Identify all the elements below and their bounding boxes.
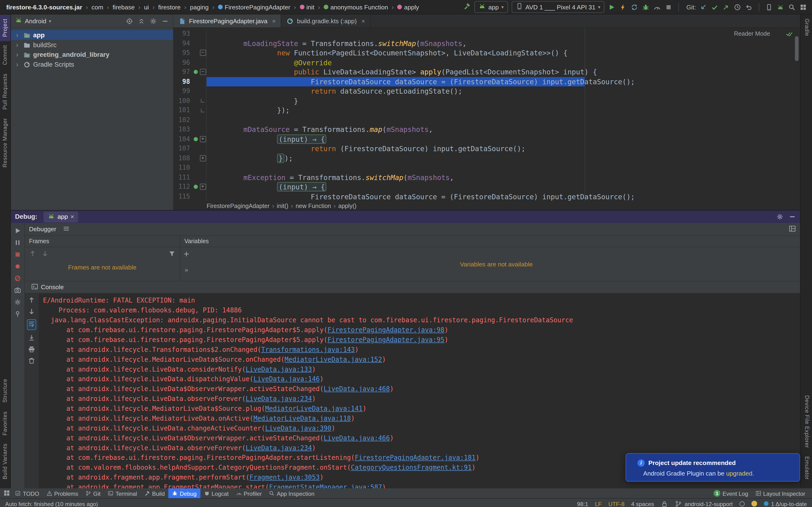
git-branch-widget[interactable]: android-12-support bbox=[675, 500, 733, 507]
fold-end-icon[interactable] bbox=[201, 99, 204, 103]
editor-breadcrumb-item[interactable]: new Function bbox=[296, 203, 331, 209]
hide-window-icon[interactable] bbox=[789, 213, 796, 220]
add-watch-button[interactable] bbox=[183, 250, 190, 258]
toolwindow-button-git[interactable]: Git bbox=[82, 489, 104, 498]
editor-breadcrumb-item[interactable]: apply() bbox=[338, 203, 356, 209]
collapse-all-button[interactable] bbox=[138, 17, 145, 25]
file-encoding[interactable]: UTF-8 bbox=[608, 500, 624, 507]
stripe-button-resource-manager[interactable]: Resource Manager bbox=[0, 114, 10, 172]
device-select[interactable]: AVD 1 ___ Pixel 4 API 31 ▾ bbox=[511, 1, 605, 13]
mute-breakpoints-button[interactable] bbox=[14, 275, 21, 282]
read-only-lock-icon[interactable] bbox=[661, 500, 668, 507]
prev-occurrence-button[interactable] bbox=[28, 296, 35, 304]
stripe-button-commit[interactable]: Commit bbox=[0, 41, 10, 69]
pause-button[interactable] bbox=[14, 239, 21, 246]
tree-item-app[interactable]: ›app bbox=[11, 30, 173, 40]
soft-wrap-button[interactable] bbox=[28, 320, 35, 327]
stack-trace-link[interactable]: LiveData.java:390 bbox=[265, 424, 331, 432]
toolwindow-button-debug[interactable]: Debug bbox=[168, 489, 200, 498]
rollback-button[interactable] bbox=[745, 3, 753, 10]
resume-button[interactable] bbox=[14, 227, 21, 234]
line-separator[interactable]: LF bbox=[595, 500, 602, 507]
stack-trace-link[interactable]: LiveData.java:133 bbox=[246, 365, 312, 373]
settings-button[interactable] bbox=[150, 17, 157, 25]
feedback-smiley-icon[interactable] bbox=[751, 501, 757, 507]
close-tab-icon[interactable]: × bbox=[272, 17, 275, 25]
filter-frames-button[interactable] bbox=[168, 250, 175, 257]
breadcrumb-item[interactable]: anonymous Function bbox=[322, 3, 389, 11]
stripe-button-project[interactable]: Project bbox=[0, 14, 10, 41]
profiler-button[interactable] bbox=[654, 3, 661, 10]
stripe-button-pull-requests[interactable]: Pull Requests bbox=[0, 69, 10, 114]
stack-trace-link[interactable]: FirestorePagingAdapter.java:181 bbox=[355, 454, 475, 461]
next-frame-button[interactable] bbox=[41, 250, 49, 257]
toolwindow-button-profiler[interactable]: Profiler bbox=[233, 489, 265, 498]
editor-scrollbar[interactable] bbox=[795, 36, 798, 61]
stack-trace-link[interactable]: MediatorLiveData.java:118 bbox=[254, 414, 351, 422]
stop-button[interactable] bbox=[14, 251, 21, 258]
project-view-selector[interactable]: Android ▾ bbox=[15, 17, 51, 25]
apply-code-changes-button[interactable] bbox=[631, 3, 638, 10]
fold-expand-icon[interactable]: + bbox=[200, 136, 206, 142]
stack-trace-link[interactable]: LiveData.java:146 bbox=[254, 375, 320, 383]
breadcrumb-item[interactable]: FirestorePagingAdapter bbox=[217, 3, 291, 11]
breadcrumb-item[interactable]: firebase bbox=[112, 3, 136, 11]
close-tab-icon[interactable]: × bbox=[361, 17, 365, 25]
update-project-button[interactable] bbox=[700, 3, 707, 10]
upgrade-link[interactable]: upgraded. bbox=[726, 470, 754, 477]
implementing-method-icon[interactable] bbox=[194, 137, 198, 141]
view-breakpoints-button[interactable] bbox=[14, 263, 21, 270]
stop-button[interactable] bbox=[665, 3, 672, 10]
editor-breadcrumb-item[interactable]: init() bbox=[277, 203, 288, 209]
caret-position[interactable]: 98:1 bbox=[577, 500, 588, 507]
stack-trace-link[interactable]: FirestorePagingAdapter.java:98 bbox=[327, 326, 445, 334]
sdk-manager-button[interactable] bbox=[777, 3, 784, 10]
stripe-button-device-file-explorer[interactable]: Device File Explorer bbox=[801, 391, 812, 452]
scroll-to-end-button[interactable] bbox=[28, 334, 35, 341]
push-button[interactable] bbox=[722, 3, 730, 10]
indent-style[interactable]: 4 spaces bbox=[631, 500, 654, 507]
chevron-right-icon[interactable]: › bbox=[16, 61, 21, 68]
implementing-method-icon[interactable] bbox=[194, 70, 198, 74]
tab-debugger[interactable]: Debugger bbox=[29, 226, 56, 233]
stripe-button-gradle[interactable]: Gradle bbox=[801, 14, 812, 40]
pin-button[interactable] bbox=[14, 310, 21, 318]
stack-trace-link[interactable]: MediatorLiveData.java:152 bbox=[285, 355, 382, 363]
settings-button[interactable] bbox=[14, 298, 21, 306]
layout-settings-icon[interactable] bbox=[789, 225, 796, 232]
prev-frame-button[interactable] bbox=[29, 250, 36, 257]
chevron-right-icon[interactable]: › bbox=[16, 51, 21, 58]
toolwindow-button-terminal[interactable]: Terminal bbox=[104, 489, 141, 498]
stack-trace-link[interactable]: Fragment.java:3053 bbox=[250, 473, 320, 481]
gradle-sync-status[interactable]: 1 Δ/up-to-date bbox=[764, 500, 807, 507]
tree-item-greeting-android-library[interactable]: ›greeting_android_library bbox=[11, 50, 173, 60]
toolwindow-button-event-log[interactable]: 1Event Log bbox=[710, 489, 752, 498]
history-button[interactable] bbox=[734, 3, 741, 10]
ide-status-icon[interactable] bbox=[740, 501, 745, 506]
select-opened-file-button[interactable] bbox=[126, 17, 133, 25]
toolwindow-button-build[interactable]: Build bbox=[141, 489, 168, 498]
stack-trace-link[interactable]: FirestorePagingAdapter.java:95 bbox=[327, 336, 445, 343]
expand-watches-icon[interactable]: » bbox=[185, 266, 188, 274]
editor-tab[interactable]: FirestorePagingAdapter.java× bbox=[173, 14, 281, 27]
editor-body[interactable]: 9394 mLoadingState = Transformations.swi… bbox=[173, 28, 800, 201]
stripe-button-emulator[interactable]: Emulator bbox=[801, 452, 812, 484]
stack-trace-link[interactable]: LiveData.java:468 bbox=[323, 385, 390, 393]
notification-toast[interactable]: i Project update recommended Android Gra… bbox=[626, 453, 800, 482]
reader-mode-label[interactable]: Reader Mode bbox=[734, 31, 770, 37]
stack-trace-link[interactable]: LiveData.java:234 bbox=[246, 444, 312, 452]
fold-collapse-icon[interactable]: − bbox=[200, 50, 206, 56]
breadcrumb-item[interactable]: firestore bbox=[157, 3, 182, 11]
toolwindow-button-todo[interactable]: TODO bbox=[11, 489, 43, 498]
toolwindow-button-app-inspection[interactable]: App Inspection bbox=[265, 489, 318, 498]
editor-tab[interactable]: build.gradle.kts (:app)× bbox=[282, 14, 371, 27]
tree-item-buildsrc[interactable]: ›buildSrc bbox=[11, 40, 173, 50]
breadcrumb-item[interactable]: init bbox=[299, 3, 315, 11]
stack-trace-link[interactable]: CategoryQuestionsFragment.kt:91 bbox=[351, 463, 471, 471]
breadcrumb-item[interactable]: ui bbox=[143, 3, 150, 11]
toolwindow-button-problems[interactable]: Problems bbox=[43, 489, 82, 498]
breadcrumb-item[interactable]: paging bbox=[189, 3, 210, 11]
run-button[interactable] bbox=[608, 3, 615, 10]
stack-trace-link[interactable]: Transformations.java:143 bbox=[261, 345, 355, 353]
stripe-button-favorites[interactable]: Favorites bbox=[0, 407, 10, 439]
